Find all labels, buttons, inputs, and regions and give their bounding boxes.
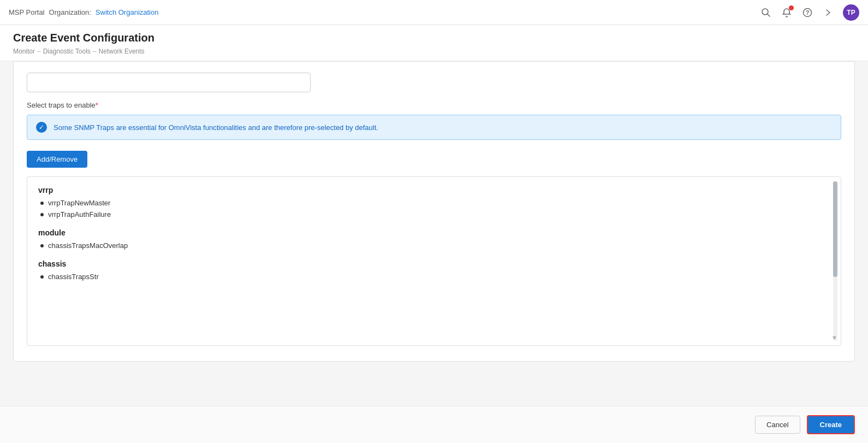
info-banner: ✓ Some SNMP Traps are essential for Omni… xyxy=(27,115,841,140)
page-title: Create Event Configuration xyxy=(13,32,855,44)
partial-input-field xyxy=(27,73,311,92)
traps-section-label: Select traps to enable* xyxy=(27,101,841,109)
help-icon[interactable]: ? xyxy=(801,7,813,19)
switch-org-link[interactable]: Switch Organization xyxy=(96,8,159,16)
forward-icon[interactable] xyxy=(822,7,834,19)
search-icon[interactable] xyxy=(760,7,772,19)
bullet-icon xyxy=(40,202,44,205)
trap-group-vrrp: vrrp vrrpTrapNewMaster vrrpTrapAuthFailu… xyxy=(38,186,830,218)
bullet-icon xyxy=(40,213,44,216)
scroll-down-arrow[interactable]: ▼ xyxy=(831,334,837,341)
bullet-icon xyxy=(40,275,44,279)
trap-group-chassis: chassis chassisTrapsStr xyxy=(38,259,830,281)
topnav-left: MSP Portal Organization: Switch Organiza… xyxy=(9,8,158,16)
trap-group-vrrp-title: vrrp xyxy=(38,186,830,194)
notifications-icon[interactable] xyxy=(781,7,793,19)
trap-group-module: module chassisTrapsMacOverlap xyxy=(38,228,830,250)
org-label: Organization: xyxy=(49,8,91,16)
trap-item-vrrpTrapAuthFailure: vrrpTrapAuthFailure xyxy=(38,210,830,218)
cancel-button[interactable]: Cancel xyxy=(755,416,800,434)
scrollbar-thumb[interactable] xyxy=(833,181,837,277)
svg-text:?: ? xyxy=(806,9,810,16)
partial-input-row xyxy=(27,73,841,92)
add-remove-button[interactable]: Add/Remove xyxy=(27,151,87,168)
breadcrumb-monitor: Monitor xyxy=(13,48,35,55)
topnav: MSP Portal Organization: Switch Organiza… xyxy=(0,0,868,25)
topnav-icons: ? TP xyxy=(760,4,859,21)
required-star: * xyxy=(96,101,98,109)
portal-label: MSP Portal xyxy=(9,8,45,16)
traps-list-box: vrrp vrrpTrapNewMaster vrrpTrapAuthFailu… xyxy=(27,176,841,346)
breadcrumb-network-events: Network Events xyxy=(99,48,145,55)
trap-item-chassisTrapsMacOverlap: chassisTrapsMacOverlap xyxy=(38,241,830,250)
breadcrumb-diagnostic: Diagnostic Tools xyxy=(43,48,91,55)
notification-badge xyxy=(789,5,794,10)
trap-group-module-title: module xyxy=(38,228,830,237)
info-banner-text: Some SNMP Traps are essential for OmniVi… xyxy=(53,123,378,132)
info-checkmark-icon: ✓ xyxy=(36,122,47,133)
trap-group-chassis-title: chassis xyxy=(38,259,830,268)
breadcrumb-sep-1: – xyxy=(37,48,41,55)
trap-item-vrrpTrapNewMaster: vrrpTrapNewMaster xyxy=(38,199,830,207)
footer: Cancel Create xyxy=(0,406,868,443)
scrollbar-track[interactable] xyxy=(833,181,837,341)
page-header: Create Event Configuration Monitor – Dia… xyxy=(0,25,868,61)
breadcrumb-sep-2: – xyxy=(93,48,97,55)
bullet-icon xyxy=(40,244,44,247)
avatar[interactable]: TP xyxy=(843,4,859,21)
svg-line-1 xyxy=(768,14,770,16)
create-button[interactable]: Create xyxy=(807,415,855,434)
trap-item-chassisTrapsStr: chassisTrapsStr xyxy=(38,273,830,281)
form-card: Select traps to enable* ✓ Some SNMP Trap… xyxy=(13,61,855,362)
breadcrumb: Monitor – Diagnostic Tools – Network Eve… xyxy=(13,48,855,61)
main-content: Select traps to enable* ✓ Some SNMP Trap… xyxy=(0,61,868,443)
